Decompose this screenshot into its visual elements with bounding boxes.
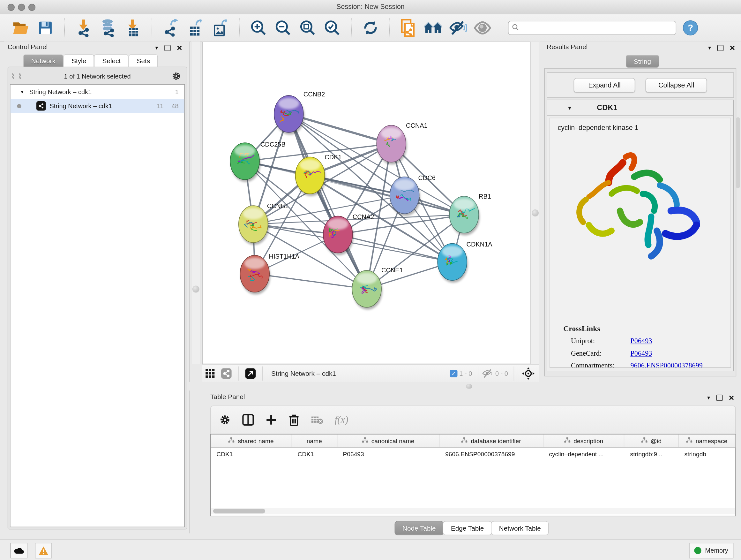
gene-section-header[interactable]: ▼ CDK1: [547, 100, 733, 116]
open-session-button[interactable]: [9, 17, 33, 38]
expand-all-networks-icon[interactable]: ∧∧: [17, 73, 23, 79]
column-header-database-identifier[interactable]: database identifier: [440, 435, 543, 447]
import-table-icon[interactable]: [121, 17, 145, 38]
tab-network-table[interactable]: Network Table: [491, 521, 549, 535]
table-cell[interactable]: 9606.ENSP00000378699: [440, 448, 543, 460]
node-table[interactable]: shared namenamecanonical namedatabase id…: [210, 434, 736, 516]
open-in-browser-icon[interactable]: [243, 363, 259, 384]
tab-network[interactable]: Network: [23, 54, 64, 67]
table-cell[interactable]: cyclin–dependent ...: [543, 448, 624, 460]
gene-collapse-caret[interactable]: ▼: [567, 105, 572, 111]
table-row[interactable]: CDK1CDK1P064939606.ENSP00000378699cyclin…: [211, 448, 735, 460]
zoom-out-icon[interactable]: [271, 17, 295, 38]
column-header-name[interactable]: name: [292, 435, 337, 447]
expand-all-button[interactable]: Expand All: [574, 78, 635, 92]
table-cell[interactable]: stringdb: [679, 448, 735, 460]
fit-selected-crosshair-icon[interactable]: [518, 363, 539, 384]
network-edge[interactable]: [255, 273, 367, 289]
network-node-CDKN1A[interactable]: CDKN1A: [437, 241, 492, 283]
right-splitter-handle[interactable]: [532, 209, 539, 216]
control-panel-float-icon[interactable]: [165, 45, 171, 51]
column-header-id[interactable]: @id: [624, 435, 679, 447]
network-canvas[interactable]: CCNB2CCNA1CDC25BCDK1CDC6RB1CCNB1CCNA2CDK…: [202, 42, 530, 364]
table-panel-float-icon[interactable]: [717, 395, 723, 401]
refresh-icon[interactable]: [358, 17, 383, 38]
hide-selected-icon[interactable]: [446, 17, 470, 38]
crosslink-link[interactable]: P06493: [630, 337, 652, 345]
network-options-gear-icon[interactable]: [172, 71, 181, 81]
tab-string[interactable]: String: [626, 55, 659, 68]
network-node-CCNB1[interactable]: CCNB1: [239, 202, 289, 245]
table-panel-title: Table Panel: [210, 393, 245, 401]
control-panel-collapse-icon[interactable]: ▼: [154, 46, 159, 51]
crosslink-link[interactable]: P06493: [630, 349, 652, 357]
zoom-selected-icon[interactable]: [320, 17, 345, 38]
cloud-button[interactable]: [10, 543, 27, 558]
node-label: CCNA2: [353, 213, 374, 220]
import-network-icon[interactable]: [71, 17, 96, 38]
table-cell[interactable]: stringdb:9...: [624, 448, 679, 460]
column-header-canonical-name[interactable]: canonical name: [337, 435, 440, 447]
selected-checkbox-icon[interactable]: ✓: [450, 370, 458, 377]
memory-button[interactable]: Memory: [689, 543, 733, 558]
delete-column-icon[interactable]: [288, 414, 300, 426]
left-splitter-handle[interactable]: [192, 286, 199, 293]
string-network-badge-icon[interactable]: [218, 363, 234, 384]
network-node-HIST1H1A[interactable]: HIST1H1A: [240, 253, 300, 295]
network-node-CCNE1[interactable]: CCNE1: [352, 266, 403, 310]
search-input[interactable]: [508, 21, 676, 35]
zoom-in-icon[interactable]: [246, 17, 271, 38]
string-network-graph[interactable]: CCNB2CCNA1CDC25BCDK1CDC6RB1CCNB1CCNA2CDK…: [203, 42, 530, 364]
export-image-icon[interactable]: [208, 17, 232, 38]
right-splitter[interactable]: [530, 42, 540, 364]
table-hscrollbar-thumb[interactable]: [213, 509, 265, 513]
network-node-CCNB2[interactable]: CCNB2: [274, 91, 325, 135]
collapse-all-button[interactable]: Collapse All: [646, 78, 707, 92]
column-header-shared-name[interactable]: shared name: [211, 435, 292, 447]
table-panel-close-icon[interactable]: ✕: [729, 394, 735, 401]
collection-expand-caret[interactable]: ▼: [20, 89, 24, 94]
zoom-fit-icon[interactable]: [295, 17, 320, 38]
results-panel-float-icon[interactable]: [718, 45, 724, 51]
left-splitter[interactable]: [191, 42, 200, 364]
first-neighbors-icon[interactable]: [421, 17, 446, 38]
column-header-description[interactable]: description: [543, 435, 624, 447]
results-panel-close-icon[interactable]: ✕: [730, 44, 736, 51]
horizontal-splitter-handle[interactable]: [466, 384, 472, 388]
network-node-RB1[interactable]: RB1: [449, 193, 491, 236]
tab-style[interactable]: Style: [64, 54, 94, 67]
network-node-CDC6[interactable]: CDC6: [390, 174, 435, 216]
clone-network-icon[interactable]: [396, 17, 421, 38]
table-panel-collapse-icon[interactable]: ▼: [706, 395, 711, 400]
export-table-icon[interactable]: [184, 17, 208, 38]
table-cell[interactable]: CDK1: [211, 448, 292, 460]
import-database-icon[interactable]: [96, 17, 121, 38]
table-cell[interactable]: P06493: [337, 448, 440, 460]
results-scrollbar[interactable]: [736, 117, 740, 188]
control-panel-close-icon[interactable]: ✕: [177, 44, 183, 51]
crosslink-link[interactable]: 9606.ENSP00000378699: [630, 362, 702, 368]
show-columns-icon[interactable]: [242, 414, 254, 426]
tab-select[interactable]: Select: [94, 54, 129, 67]
tab-node-table[interactable]: Node Table: [394, 521, 444, 535]
help-button[interactable]: ?: [683, 20, 698, 36]
results-panel-collapse-icon[interactable]: ▼: [707, 46, 712, 51]
network-edge[interactable]: [289, 114, 367, 289]
birds-eye-view-icon[interactable]: [202, 363, 218, 384]
column-header-namespace[interactable]: namespace: [679, 435, 735, 447]
tab-edge-table[interactable]: Edge Table: [443, 521, 492, 535]
collapse-all-networks-icon[interactable]: ∨∨: [10, 73, 17, 79]
add-column-icon[interactable]: [266, 414, 277, 426]
network-row[interactable]: String Network – cdk1 11 48: [10, 99, 185, 113]
export-network-icon[interactable]: [159, 17, 184, 38]
network-node-CCNA1[interactable]: CCNA1: [377, 122, 428, 165]
table-settings-gear-icon[interactable]: [219, 414, 231, 426]
tab-sets[interactable]: Sets: [129, 54, 158, 67]
show-all-icon[interactable]: [470, 17, 495, 38]
warnings-button[interactable]: [35, 543, 52, 558]
table-hscrollbar[interactable]: [211, 508, 735, 514]
node-label: CCNA1: [406, 122, 428, 129]
network-collection-row[interactable]: ▼ String Network – cdk1 1: [10, 84, 185, 99]
save-session-button[interactable]: [33, 17, 58, 38]
table-cell[interactable]: CDK1: [292, 448, 337, 460]
